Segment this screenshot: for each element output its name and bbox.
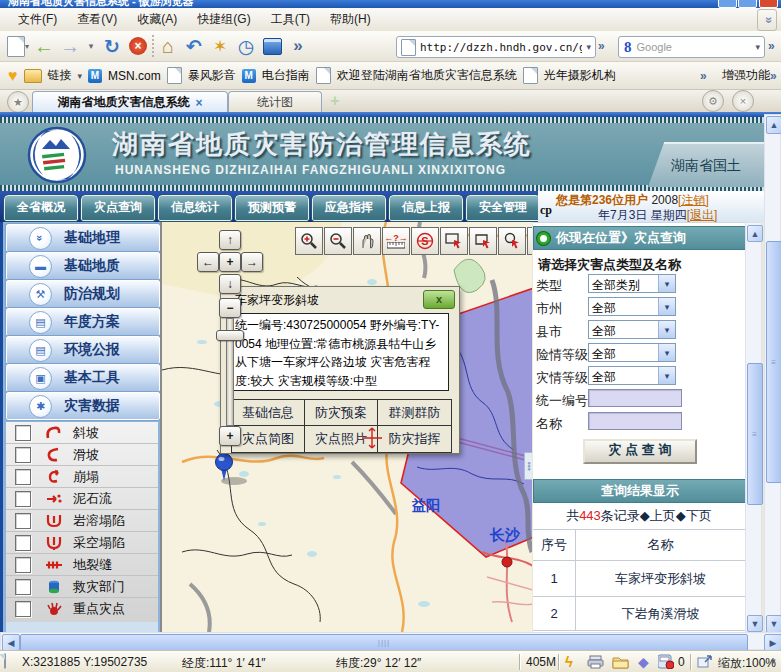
link-hunan-disaster[interactable]: 欢迎登陆湖南省地质灾害信息系统 xyxy=(337,67,517,84)
links-folder-icon[interactable] xyxy=(24,69,42,83)
popup-close-button[interactable]: x xyxy=(423,290,455,309)
nav-tab-forecast[interactable]: 预测预警 xyxy=(235,195,309,221)
links-dropdown-icon[interactable]: ▾ xyxy=(78,71,83,81)
risk-level-select[interactable]: 全部▾ xyxy=(588,343,676,362)
search-more-icon[interactable]: » xyxy=(768,39,775,53)
tab-disaster-system[interactable]: 湖南省地质灾害信息系统 × xyxy=(32,91,228,113)
minimize-button[interactable] xyxy=(718,0,737,8)
chevron-down-icon[interactable]: ▾ xyxy=(658,275,675,292)
url-more-icon[interactable]: » xyxy=(598,39,605,53)
toolbar-more-icon[interactable]: » xyxy=(286,34,310,58)
panel-scroll-up-icon[interactable]: ▲ xyxy=(747,225,763,242)
history-clock-icon[interactable]: ◷ xyxy=(234,34,258,58)
layer-row-collapse[interactable]: 崩塌 xyxy=(6,466,158,488)
disaster-level-select[interactable]: 全部▾ xyxy=(588,366,676,385)
popup-sketch-button[interactable]: 灾点简图 xyxy=(232,426,305,452)
disaster-info-popup[interactable]: 车家坪变形斜坡 x 统一编号:430725000054 野外编号:TY-0054… xyxy=(220,286,460,454)
scroll-thumb[interactable]: ≡ xyxy=(766,241,781,483)
tab-statistics-chart[interactable]: 统计图 xyxy=(228,91,322,113)
counter-widget-icon[interactable] xyxy=(658,654,674,669)
layer-row-landslide[interactable]: 滑坡 xyxy=(6,444,158,466)
chevron-down-icon[interactable]: ▾ xyxy=(658,321,675,338)
menu-file[interactable]: 文件(F) xyxy=(8,8,67,31)
pan-hand-tool[interactable] xyxy=(353,227,381,255)
refresh-icon[interactable]: ↻ xyxy=(100,34,124,58)
zoom-dropdown-icon[interactable]: ▾ xyxy=(771,656,776,666)
lightning-icon[interactable]: ϟ xyxy=(565,653,573,670)
scroll-left-icon[interactable]: ◀ xyxy=(2,634,20,651)
links-more-icon[interactable]: » xyxy=(700,69,707,83)
select-s-tool[interactable]: S xyxy=(411,227,439,255)
layer-checkbox[interactable] xyxy=(15,601,31,617)
menu-favorites[interactable]: 收藏(A) xyxy=(127,8,187,31)
browser-hscrollbar[interactable]: ◀ |||| ▶ xyxy=(0,632,781,650)
sidebar-item-base-geography[interactable]: »基础地理 xyxy=(6,224,160,252)
layer-checkbox[interactable] xyxy=(15,513,31,529)
nav-tab-security[interactable]: 安全管理 xyxy=(466,195,540,221)
layer-row-debris-flow[interactable]: 泥石流 xyxy=(6,488,158,510)
layer-checkbox[interactable] xyxy=(15,447,31,463)
link-msn[interactable]: MSN.com xyxy=(108,69,161,83)
scroll-up-icon[interactable]: ▲ xyxy=(766,116,781,134)
layer-row-slope[interactable]: 斜坡 xyxy=(6,422,158,444)
new-tab-icon[interactable]: + xyxy=(326,92,344,110)
result-row[interactable]: 2 下岩角溪滑坡 xyxy=(533,597,745,631)
chevron-down-icon[interactable]: ▾ xyxy=(658,298,675,315)
browser-vscrollbar[interactable]: ▲ ≡ ▼ xyxy=(764,114,781,632)
result-row[interactable]: 1 车家坪变形斜坡 xyxy=(533,561,745,597)
enhance-more-icon[interactable]: » xyxy=(770,69,777,83)
popup-prevention-plan-button[interactable]: 防灾预案 xyxy=(305,400,378,426)
printer-icon[interactable] xyxy=(587,655,604,669)
nav-tab-report[interactable]: 信息上报 xyxy=(389,195,463,221)
hscroll-thumb[interactable]: |||| xyxy=(20,634,748,651)
folder-icon[interactable] xyxy=(612,655,629,669)
address-bar[interactable]: http://dzzh.hndh.gov.cn/gr ▾ xyxy=(396,36,596,58)
search-box[interactable]: 8 Google ▾ xyxy=(618,36,765,58)
chevron-down-icon[interactable]: ▾ xyxy=(658,367,675,384)
layer-checkbox[interactable] xyxy=(15,491,31,507)
tab-close-icon[interactable]: × xyxy=(195,96,202,110)
forward-icon[interactable]: → xyxy=(58,34,82,58)
maximize-button[interactable] xyxy=(738,0,757,8)
enhance-features-label[interactable]: 增强功能 xyxy=(722,67,770,84)
pan-right-button[interactable]: → xyxy=(241,252,263,272)
panel-splitter-handle[interactable]: ●●● xyxy=(524,452,532,480)
city-select[interactable]: 全部▾ xyxy=(588,297,676,316)
panel-scroll-thumb[interactable]: ≡ xyxy=(747,363,763,505)
window-panel-icon[interactable] xyxy=(260,34,284,58)
name-input[interactable] xyxy=(588,412,682,430)
type-select[interactable]: 全部类别▾ xyxy=(588,274,676,293)
scroll-right-icon[interactable]: ▶ xyxy=(764,634,781,651)
stop-icon[interactable]: × xyxy=(126,34,150,58)
close-window-button[interactable] xyxy=(759,0,778,8)
nav-tab-overview[interactable]: 全省概况 xyxy=(4,195,78,221)
search-placeholder[interactable]: Google xyxy=(637,41,752,53)
url-dropdown-icon[interactable]: ▾ xyxy=(582,42,595,52)
county-select[interactable]: 全部▾ xyxy=(588,320,676,339)
sidebar-item-base-geology[interactable]: ▬基础地质 xyxy=(6,252,160,280)
circle-select-tool[interactable] xyxy=(498,227,526,255)
favorites-heart-icon[interactable]: ♥ xyxy=(8,67,18,85)
zoom-out-tool[interactable] xyxy=(324,227,352,255)
popup-group-monitor-button[interactable]: 群测群防 xyxy=(378,400,451,426)
search-dropdown-icon[interactable]: ▾ xyxy=(751,42,764,52)
polygon-select-tool[interactable] xyxy=(469,227,497,255)
diamond-icon[interactable]: ◆ xyxy=(638,654,649,670)
chevron-down-icon[interactable]: ▾ xyxy=(658,344,675,361)
menu-overflow-chevron-icon[interactable]: » xyxy=(757,9,777,31)
prev-page-link[interactable]: ◆上页 xyxy=(640,508,676,523)
nav-tab-emergency[interactable]: 应急指挥 xyxy=(312,195,386,221)
layer-row-karst-subsidence[interactable]: 岩溶塌陷 xyxy=(6,510,158,532)
sidebar-item-annual-plan[interactable]: ▤年度方案 xyxy=(6,308,160,336)
history-dropdown-icon[interactable]: ▾ xyxy=(84,34,98,58)
scroll-down-icon[interactable]: ▼ xyxy=(766,615,781,633)
code-input[interactable] xyxy=(588,389,682,407)
wrench-icon[interactable]: ⚙ xyxy=(702,90,724,112)
measure-tool[interactable]: ←?→ xyxy=(382,227,410,255)
undo-icon[interactable]: ↶ xyxy=(182,34,206,58)
layer-checkbox[interactable] xyxy=(15,535,31,551)
new-page-icon[interactable]: ▾ xyxy=(6,34,30,58)
pan-up-button[interactable]: ↑ xyxy=(219,230,241,250)
layer-checkbox[interactable] xyxy=(15,579,31,595)
zoom-in-tool[interactable] xyxy=(295,227,323,255)
